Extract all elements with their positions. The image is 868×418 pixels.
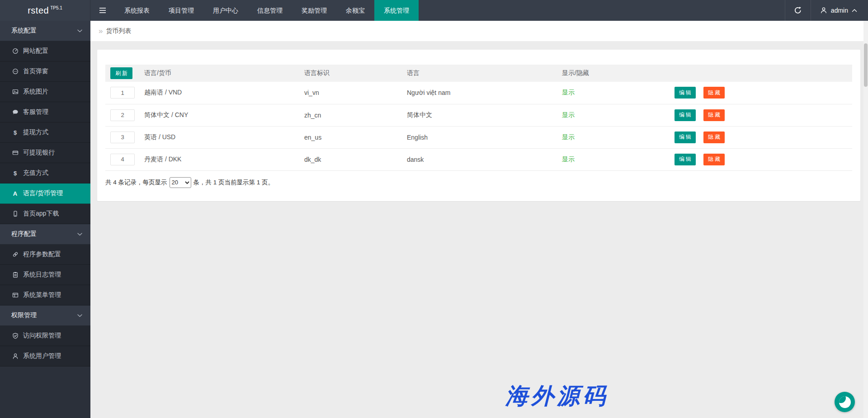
sidebar-item-withdraw-method[interactable]: $ 提现方式: [0, 122, 90, 143]
top-navbar: rsted TP5.1 系统报表 项目管理 用户中心 信息管理 奖励管理 余额宝…: [0, 0, 868, 21]
cell-language: 简体中文: [407, 104, 562, 126]
app-logo: rsted TP5.1: [0, 0, 90, 21]
section-title: 权限管理: [11, 311, 37, 319]
sidebar-item-program-params[interactable]: 程序参数配置: [0, 244, 90, 265]
page-size-select[interactable]: 20: [170, 177, 191, 188]
nav-item-yuebao[interactable]: 余额宝: [336, 0, 374, 21]
sidebar-item-recharge-method[interactable]: $ 充值方式: [0, 163, 90, 183]
sidebar-section-permissions[interactable]: 权限管理: [0, 305, 90, 326]
sidebar-item-system-images[interactable]: 系统图片: [0, 82, 90, 102]
cell-language-currency: 越南语 / VND: [144, 82, 304, 104]
sidebar-item-label: 首页弹窗: [23, 67, 48, 75]
cell-language-code: dk_dk: [304, 148, 407, 170]
edit-button[interactable]: 编辑: [675, 154, 696, 165]
nav-item-rewards[interactable]: 奖励管理: [292, 0, 336, 21]
sidebar-item-customer-service[interactable]: 客服管理: [0, 102, 90, 122]
sidebar-item-label: 系统图片: [23, 88, 48, 96]
chat-icon: [11, 109, 19, 115]
breadcrumb-arrows-icon: »: [99, 27, 103, 36]
cell-language-code: vi_vn: [304, 82, 407, 104]
sidebar-item-app-download[interactable]: 首页app下载: [0, 204, 90, 224]
sidebar-item-website-config[interactable]: 网站配置: [0, 41, 90, 61]
sidebar-item-withdraw-banks[interactable]: 可提现银行: [0, 143, 90, 163]
hide-button[interactable]: 隐藏: [703, 154, 725, 165]
sidebar-item-label: 系统用户管理: [23, 352, 61, 360]
dollar-icon: $: [11, 170, 19, 177]
sort-order-input[interactable]: [110, 132, 135, 143]
sort-order-input[interactable]: [110, 109, 135, 121]
sidebar-item-access-permissions[interactable]: 访问权限管理: [0, 326, 90, 346]
column-header-show-hide: 显示/隐藏: [562, 65, 656, 82]
image-icon: [11, 89, 19, 95]
status-badge: 显示: [562, 155, 575, 163]
refresh-table-button[interactable]: 刷新: [110, 67, 132, 79]
clipboard-icon: [11, 272, 19, 278]
status-badge: 显示: [562, 89, 575, 96]
sidebar-section-system-config[interactable]: 系统配置: [0, 21, 90, 41]
sort-order-input[interactable]: [110, 87, 135, 99]
cell-language-currency: 英语 / USD: [144, 126, 304, 148]
refresh-icon: [794, 6, 802, 14]
nav-item-user-center[interactable]: 用户中心: [203, 0, 248, 21]
sort-order-input[interactable]: [110, 154, 135, 165]
user-menu[interactable]: admin: [811, 0, 868, 21]
cell-language-code: en_us: [304, 126, 407, 148]
sidebar-item-label: 可提现银行: [23, 149, 55, 157]
cell-language-currency: 丹麦语 / DKK: [144, 148, 304, 170]
phone-icon: [11, 211, 19, 217]
pagination-bar: 共 4 条记录，每页显示 20 条，共 1 页当前显示第 1 页。: [105, 177, 852, 188]
sidebar-item-system-logs[interactable]: 系统日志管理: [0, 265, 90, 285]
status-badge: 显示: [562, 133, 575, 141]
sidebar-item-language-currency[interactable]: A 语言/货币管理: [0, 183, 90, 204]
edit-button[interactable]: 编辑: [675, 87, 696, 99]
currency-table: 刷新 语言/货币 语言标识 语言 显示/隐藏 越南语 / VND vi_vn N…: [105, 65, 852, 171]
cell-language-code: zh_cn: [304, 104, 407, 126]
username: admin: [831, 7, 848, 14]
refresh-page-button[interactable]: [785, 0, 811, 21]
nav-item-reports[interactable]: 系统报表: [115, 0, 159, 21]
sidebar-item-label: 访问权限管理: [23, 332, 61, 340]
scrollbar-thumb[interactable]: [864, 43, 868, 87]
language-icon: A: [11, 190, 19, 197]
page-scrollbar[interactable]: [863, 21, 868, 418]
nav-item-information[interactable]: 信息管理: [248, 0, 292, 21]
user-icon: [820, 7, 827, 14]
page-title: 货币列表: [106, 27, 131, 35]
sidebar-item-system-menus[interactable]: 系统菜单管理: [0, 285, 90, 305]
hide-button[interactable]: 隐藏: [703, 109, 725, 121]
chevron-down-icon: [77, 314, 82, 317]
main-area: » 货币列表 刷新 语言/货币 语言标识 语言 显示/隐藏: [90, 21, 863, 418]
sidebar-item-home-popup[interactable]: 首页弹窗: [0, 61, 90, 82]
sidebar-item-label: 充值方式: [23, 169, 48, 177]
column-header-actions: [656, 65, 852, 82]
collapse-menu-button[interactable]: [90, 0, 115, 21]
user-icon: [11, 353, 19, 359]
popup-icon: [11, 68, 19, 75]
column-header-language: 语言: [407, 65, 562, 82]
table-row: 越南语 / VND vi_vn Người việt nam 显示 编辑 隐藏: [105, 82, 852, 104]
currency-list-card: 刷新 语言/货币 语言标识 语言 显示/隐藏 越南语 / VND vi_vn N…: [97, 50, 860, 201]
table-header-row: 刷新 语言/货币 语言标识 语言 显示/隐藏: [105, 65, 852, 82]
sidebar: 系统配置 网站配置 首页弹窗 系统图片: [0, 21, 90, 418]
hamburger-icon: [99, 7, 106, 14]
logo-text: rsted: [28, 5, 49, 16]
sidebar-item-system-users[interactable]: 系统用户管理: [0, 346, 90, 366]
edit-button[interactable]: 编辑: [675, 109, 696, 121]
pagination-suffix: 条，共 1 页当前显示第 1 页。: [193, 178, 274, 187]
sidebar-section-program-config[interactable]: 程序配置: [0, 224, 90, 244]
table-row: 简体中文 / CNY zh_cn 简体中文 显示 编辑 隐藏: [105, 104, 852, 126]
chevron-up-icon: [852, 9, 857, 12]
app-window: rsted TP5.1 系统报表 项目管理 用户中心 信息管理 奖励管理 余额宝…: [0, 0, 868, 418]
hide-button[interactable]: 隐藏: [703, 87, 725, 99]
gauge-icon: [11, 48, 19, 54]
nav-item-system-management[interactable]: 系统管理: [374, 0, 419, 21]
cell-language: English: [407, 126, 562, 148]
crescent-icon: [839, 396, 851, 408]
hide-button[interactable]: 隐藏: [703, 132, 725, 143]
table-row: 英语 / USD en_us English 显示 编辑 隐藏: [105, 126, 852, 148]
floating-action-button[interactable]: [835, 392, 855, 412]
sidebar-item-label: 系统日志管理: [23, 271, 61, 279]
edit-button[interactable]: 编辑: [675, 132, 696, 143]
nav-item-projects[interactable]: 项目管理: [159, 0, 203, 21]
top-nav: 系统报表 项目管理 用户中心 信息管理 奖励管理 余额宝 系统管理: [115, 0, 419, 21]
